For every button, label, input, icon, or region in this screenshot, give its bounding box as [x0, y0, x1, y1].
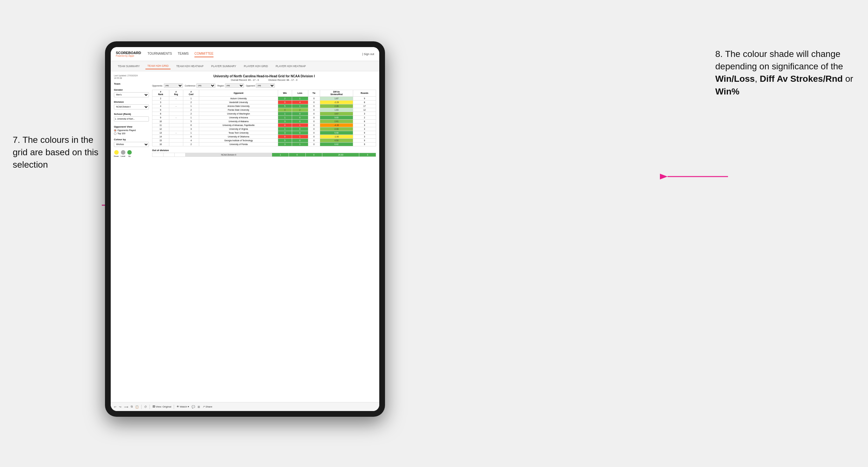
share-button[interactable]: ↗ Share — [203, 405, 212, 408]
cell-conf: 4 — [183, 138, 199, 142]
view-button[interactable]: 🖼 View: Original — [152, 405, 171, 408]
cell-rank: 10 — [152, 119, 169, 123]
tablet: SCOREBOARD Powered by clippd TOURNAMENTS… — [105, 41, 385, 417]
copy-icon[interactable]: ⧉ — [131, 405, 133, 408]
paste-icon[interactable]: 📋 — [135, 405, 139, 408]
legend-dot-level — [121, 150, 125, 155]
watch-button[interactable]: 👁 Watch ▾ — [177, 405, 189, 408]
cell-loss: 0 — [292, 127, 308, 131]
nav-tournaments[interactable]: TOURNAMENTS — [147, 51, 172, 57]
table-row: 13 - 1 Texas Tech University 3 0 0 5.56 … — [152, 131, 376, 134]
table-row: 14 6 University of Oklahoma 0 1 0 -1.00 … — [152, 134, 376, 138]
cell-rounds: 3 — [353, 112, 376, 116]
cell-opponent: Vanderbilt University — [199, 100, 278, 104]
toolbar-sep-1 — [141, 405, 142, 409]
region-filter-select[interactable]: (All) — [225, 83, 244, 88]
cell-opponent: University of Arkansas, Fayetteville — [199, 123, 278, 127]
cell-loss: 1 — [292, 123, 308, 127]
cell-loss: 1 — [292, 104, 308, 108]
out-of-division-table: NCAA Division II 1 0 0 26.00 3 — [152, 153, 376, 157]
timer-icon[interactable]: ⏱ — [144, 405, 147, 408]
arrow-right-svg — [664, 172, 728, 181]
redo-icon[interactable]: ↪ — [119, 405, 122, 408]
opponent-filter-select[interactable]: (All) — [256, 83, 275, 88]
cell-win: 4 — [278, 108, 292, 112]
subnav-team-h2h-grid[interactable]: TEAM H2H GRID — [146, 63, 170, 69]
sign-out-button[interactable]: | Sign out — [362, 53, 374, 56]
gender-select[interactable]: Men's — [114, 92, 149, 97]
radio-opponents-played-dot[interactable] — [114, 129, 117, 132]
nav-committee[interactable]: COMMITTEE — [194, 51, 214, 57]
cell-diff: -2.29 — [320, 100, 353, 104]
cell-rank: 4 — [152, 104, 169, 108]
annotation-left-text: The colours in the grid are based on thi… — [13, 135, 98, 169]
col-diff: Diff AvStrokes/Rnd — [320, 90, 353, 97]
out-of-division-title: Out of division — [152, 149, 376, 152]
cell-reg — [169, 100, 183, 104]
cell-win: 3 — [278, 131, 292, 134]
division-select[interactable]: NCAA Division I — [114, 104, 149, 110]
cell-conf: 5 — [183, 119, 199, 123]
subnav-player-summary[interactable]: PLAYER SUMMARY — [209, 63, 238, 69]
cell-diff: 4.50 — [320, 138, 353, 142]
cell-diff: 9.00 — [320, 116, 353, 119]
out-of-division: Out of division NCAA Division II 1 0 0 — [152, 149, 376, 157]
cell-tie: 0 — [308, 138, 320, 142]
col-reg: #Reg — [169, 90, 183, 97]
cell-rank: 13 — [152, 131, 169, 134]
cell-tie: 0 — [308, 142, 320, 146]
colour-by-select[interactable]: Win/loss — [114, 142, 149, 147]
cell-loss: 1 — [292, 96, 308, 100]
cell-conf: 1 — [183, 104, 199, 108]
school-label: School (Rank) — [114, 113, 149, 116]
radio-opponents-played[interactable]: Opponents Played — [114, 129, 149, 132]
cell-rank: 14 — [152, 134, 169, 138]
conference-filter-select[interactable]: (All) — [196, 83, 215, 88]
cell-rounds: 9 — [353, 142, 376, 146]
cell-reg — [169, 123, 183, 127]
radio-top100-dot[interactable] — [114, 132, 117, 135]
radio-top100[interactable]: Top 100 — [114, 132, 149, 135]
cell-tie: 0 — [308, 96, 320, 100]
cell-opponent: University of Washington — [199, 112, 278, 116]
cell-tie: 0 — [308, 100, 320, 104]
school-section: School (Rank) — [114, 113, 149, 122]
cell-diff: 2.61 — [320, 119, 353, 123]
filter-row: Opponents: (All) Conference (All) Region — [152, 83, 376, 88]
cell-reg — [169, 108, 183, 112]
grid-icon[interactable]: ⊞ — [197, 405, 200, 408]
bold-winloss: Win/Loss — [715, 74, 755, 84]
cell-rounds: 3 — [353, 127, 376, 131]
subnav-team-h2h-heatmap[interactable]: TEAM H2H HEATMAP — [174, 63, 206, 69]
cell-tie: 0 — [308, 131, 320, 134]
tablet-screen: SCOREBOARD Powered by clippd TOURNAMENTS… — [111, 47, 379, 411]
forward-icon[interactable]: ⟶ — [124, 405, 128, 408]
cell-rounds: 8 — [353, 100, 376, 104]
cell-reg: - — [169, 104, 183, 108]
division-section: Division NCAA Division I — [114, 100, 149, 110]
school-input[interactable] — [114, 117, 149, 122]
cell-conf: 6 — [183, 123, 199, 127]
subnav-player-h2h-grid[interactable]: PLAYER H2H GRID — [242, 63, 270, 69]
cell-win: 0 — [278, 100, 292, 104]
cell-tie: 0 — [308, 134, 320, 138]
subnav-player-h2h-heatmap[interactable]: PLAYER H2H HEATMAP — [274, 63, 308, 69]
grid-subtitle: Overall Record: 89 - 17 - 0 Division Rec… — [152, 79, 376, 82]
table-header-row: #Rank #Reg #Conf Opponent Win Loss Tie D… — [152, 90, 376, 97]
team-section: Team — [114, 83, 149, 85]
undo-icon[interactable]: ↩ — [114, 405, 117, 408]
cell-reg — [169, 142, 183, 146]
cell-reg — [169, 119, 183, 123]
col-rank: #Rank — [152, 90, 169, 97]
cell-tie: 0 — [308, 127, 320, 131]
opponent-view-label: Opponent View — [114, 125, 149, 128]
opponents-filter-select[interactable]: (All) — [164, 83, 183, 88]
gender-section: Gender Men's — [114, 88, 149, 97]
opponent-view-section: Opponent View Opponents Played Top 100 — [114, 125, 149, 135]
cell-reg — [169, 138, 183, 142]
nav-teams[interactable]: TEAMS — [178, 51, 189, 57]
table-row: 11 6 University of Arkansas, Fayettevill… — [152, 123, 376, 127]
team-label: Team — [114, 83, 149, 85]
comment-icon[interactable]: 💬 — [191, 405, 195, 408]
subnav-team-summary[interactable]: TEAM SUMMARY — [116, 63, 142, 69]
